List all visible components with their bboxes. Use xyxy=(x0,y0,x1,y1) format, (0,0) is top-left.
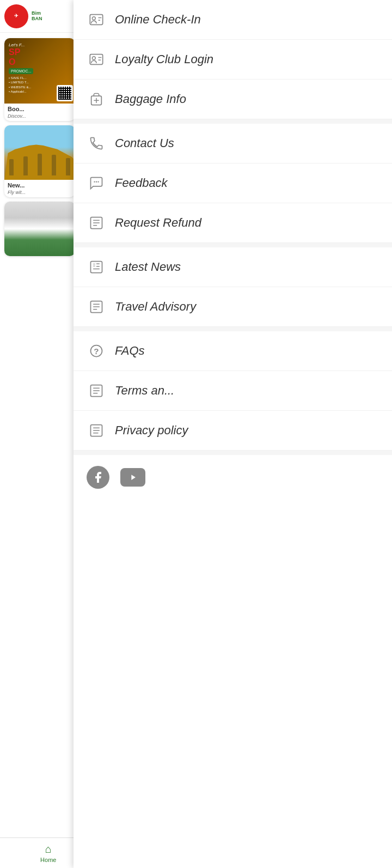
svg-point-11 xyxy=(94,181,95,183)
menu-item-loyalty-club-login[interactable]: Loyalty Club Login xyxy=(74,40,392,80)
phone-icon xyxy=(87,133,106,153)
menu-divider-3 xyxy=(74,327,392,331)
menu-label-online-check-in: Online Check-In xyxy=(115,13,201,27)
nav-home[interactable]: ⌂ Home xyxy=(40,843,56,863)
menu-label-faqs: FAQs xyxy=(115,344,145,358)
svg-point-1 xyxy=(92,17,95,20)
menu-item-contact-us[interactable]: Contact Us xyxy=(74,124,392,163)
menu-label-baggage-info: Baggage Info xyxy=(115,92,186,106)
menu-item-online-check-in[interactable]: Online Check-In xyxy=(74,0,392,40)
promo-card-title: Boo... xyxy=(4,104,75,113)
svg-rect-24 xyxy=(93,263,95,267)
youtube-button[interactable] xyxy=(120,468,145,487)
social-links-row xyxy=(74,455,392,500)
loyalty-icon xyxy=(87,50,106,69)
menu-label-loyalty-club-login: Loyalty Club Login xyxy=(115,52,213,66)
menu-item-faqs[interactable]: ? FAQs xyxy=(74,331,392,371)
svg-marker-39 xyxy=(131,475,136,480)
terms-icon xyxy=(87,381,106,400)
menu-divider-1 xyxy=(74,119,392,124)
menu-item-baggage-info[interactable]: Baggage Info xyxy=(74,80,392,119)
nav-home-label: Home xyxy=(40,857,56,863)
colosseum-card-title: New... xyxy=(4,180,75,190)
menu-label-travel-advisory: Travel Advisory xyxy=(115,300,196,314)
menu-item-feedback[interactable]: Feedback xyxy=(74,163,392,203)
menu-item-travel-advisory[interactable]: Travel Advisory xyxy=(74,287,392,327)
baggage-icon xyxy=(87,89,106,109)
chat-icon xyxy=(87,173,106,193)
svg-rect-18 xyxy=(91,262,102,273)
menu-divider-4 xyxy=(74,451,392,455)
menu-label-contact-us: Contact Us xyxy=(115,136,174,150)
svg-point-5 xyxy=(92,57,95,60)
news-icon xyxy=(87,257,106,277)
side-menu: Online Check-In Loyalty Club Login Bagga… xyxy=(74,0,392,868)
menu-label-request-refund: Request Refund xyxy=(115,216,201,230)
colosseum-card-sub: Fly wit... xyxy=(4,190,75,197)
menu-item-request-refund[interactable]: Request Refund xyxy=(74,203,392,243)
menu-label-privacy-policy: Privacy policy xyxy=(115,423,188,438)
menu-label-terms: Terms an... xyxy=(115,384,174,398)
refund-icon xyxy=(87,213,106,233)
svg-point-13 xyxy=(97,181,99,183)
travel-advisory-icon xyxy=(87,297,106,317)
facebook-button[interactable] xyxy=(87,466,109,489)
svg-point-12 xyxy=(96,181,97,183)
privacy-icon xyxy=(87,421,106,440)
menu-item-privacy-policy[interactable]: Privacy policy xyxy=(74,411,392,451)
person-card-icon xyxy=(87,10,106,29)
menu-item-terms[interactable]: Terms an... xyxy=(74,371,392,411)
menu-label-feedback: Feedback xyxy=(115,176,168,190)
menu-divider-2 xyxy=(74,243,392,247)
promo-card-sub: Discov... xyxy=(4,113,75,121)
svg-text:?: ? xyxy=(94,347,99,356)
faq-icon: ? xyxy=(87,341,106,361)
home-icon: ⌂ xyxy=(45,843,52,855)
menu-label-latest-news: Latest News xyxy=(115,260,181,274)
menu-item-latest-news[interactable]: Latest News xyxy=(74,247,392,287)
